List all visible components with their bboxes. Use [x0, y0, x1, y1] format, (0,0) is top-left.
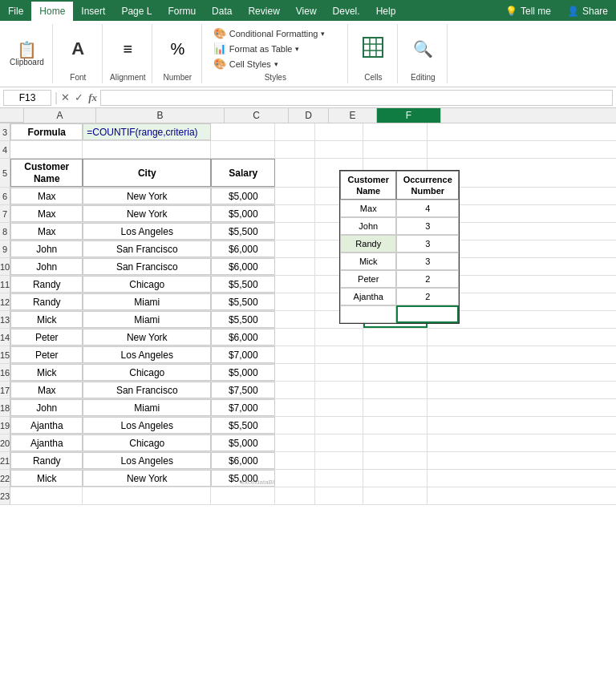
- row-num-23[interactable]: 23: [0, 487, 10, 505]
- alignment-button[interactable]: ≡: [111, 39, 144, 59]
- cell-c9[interactable]: $6,000: [211, 240, 275, 257]
- cell-c15[interactable]: $7,000: [211, 346, 275, 363]
- cell-f15[interactable]: [363, 346, 428, 363]
- cell-c7[interactable]: $5,000: [211, 205, 275, 222]
- cell-a22[interactable]: Mick: [10, 470, 83, 487]
- row-num-22[interactable]: 22: [0, 470, 10, 487]
- row-num-10[interactable]: 10: [0, 258, 10, 276]
- side-table-cell-peter-count[interactable]: 2: [396, 270, 459, 288]
- cells-button[interactable]: [357, 34, 389, 63]
- cell-e15[interactable]: [315, 346, 363, 363]
- cell-c3[interactable]: [211, 123, 275, 140]
- row-num-5[interactable]: 5: [0, 159, 10, 188]
- cell-d9[interactable]: [275, 240, 315, 257]
- cell-f23[interactable]: [363, 487, 428, 504]
- cell-d6[interactable]: [275, 188, 315, 204]
- row-num-14[interactable]: 14: [0, 329, 10, 346]
- cell-f20[interactable]: [363, 434, 428, 451]
- tab-view[interactable]: View: [288, 2, 325, 21]
- row-num-20[interactable]: 20: [0, 434, 10, 452]
- cell-a6[interactable]: Max: [10, 188, 83, 204]
- cell-c10[interactable]: $6,000: [211, 258, 275, 275]
- cell-f16[interactable]: [363, 364, 428, 381]
- tab-data[interactable]: Data: [204, 2, 240, 21]
- cell-d8[interactable]: [275, 223, 315, 240]
- cell-b5[interactable]: City: [83, 159, 211, 187]
- cell-e17[interactable]: [315, 382, 363, 398]
- cell-a17[interactable]: Max: [10, 382, 83, 398]
- col-header-d[interactable]: D: [289, 108, 329, 123]
- cell-a15[interactable]: Peter: [10, 346, 83, 363]
- row-num-13[interactable]: 13: [0, 311, 10, 329]
- cell-a14[interactable]: Peter: [10, 329, 83, 346]
- cell-c20[interactable]: $5,000: [211, 434, 275, 451]
- cell-e16[interactable]: [315, 364, 363, 381]
- cell-d12[interactable]: [275, 293, 315, 310]
- cell-f17[interactable]: [363, 382, 428, 398]
- cell-a16[interactable]: Mick: [10, 364, 83, 381]
- side-table-cell-john-count[interactable]: 3: [396, 217, 459, 235]
- tab-home[interactable]: Home: [31, 2, 73, 21]
- cell-d10[interactable]: [275, 258, 315, 275]
- cell-f14[interactable]: [363, 329, 428, 346]
- side-table-cell-john-name[interactable]: John: [340, 217, 396, 235]
- cell-d11[interactable]: [275, 276, 315, 293]
- side-table-cell-ajantha-name[interactable]: Ajantha: [340, 288, 396, 305]
- cell-b13[interactable]: Miami: [83, 311, 211, 328]
- cell-e4[interactable]: [315, 141, 363, 158]
- row-num-8[interactable]: 8: [0, 223, 10, 240]
- share-button[interactable]: 👤 Share: [559, 2, 616, 21]
- row-num-9[interactable]: 9: [0, 240, 10, 258]
- cell-e22[interactable]: [315, 470, 363, 487]
- tab-formu[interactable]: Formu: [160, 2, 204, 21]
- function-icon[interactable]: fx: [88, 91, 97, 104]
- row-num-16[interactable]: 16: [0, 364, 10, 382]
- cell-a20[interactable]: Ajantha: [10, 434, 83, 451]
- col-header-c[interactable]: C: [225, 108, 289, 123]
- row-num-3[interactable]: 3: [0, 123, 10, 141]
- cell-f3[interactable]: [363, 123, 428, 140]
- side-table-cell-empty-name[interactable]: [340, 305, 396, 323]
- cell-d4[interactable]: [275, 141, 315, 158]
- row-num-4[interactable]: 4: [0, 141, 10, 159]
- cell-b17[interactable]: San Francisco: [83, 382, 211, 398]
- cell-a23[interactable]: [10, 487, 83, 504]
- cell-c22[interactable]: $5,000 exceldataBI: [211, 470, 275, 487]
- cell-b15[interactable]: Los Angeles: [83, 346, 211, 363]
- cell-d21[interactable]: [275, 452, 315, 469]
- side-table-cell-empty-count[interactable]: [396, 305, 459, 323]
- cell-f22[interactable]: [363, 470, 428, 487]
- cell-c5[interactable]: Salary: [211, 159, 275, 187]
- cell-b14[interactable]: New York: [83, 329, 211, 346]
- side-table-cell-peter-name[interactable]: Peter: [340, 270, 396, 288]
- cell-d15[interactable]: [275, 346, 315, 363]
- side-table-cell-randy-name[interactable]: Randy: [340, 235, 396, 253]
- tab-review[interactable]: Review: [240, 2, 287, 21]
- cell-c21[interactable]: $6,000: [211, 452, 275, 469]
- cell-d5[interactable]: [275, 159, 315, 187]
- row-num-6[interactable]: 6: [0, 188, 10, 205]
- cell-c17[interactable]: $7,500: [211, 382, 275, 398]
- font-button[interactable]: A: [62, 38, 94, 59]
- col-header-a[interactable]: A: [24, 108, 96, 123]
- row-num-12[interactable]: 12: [0, 293, 10, 311]
- cell-d23[interactable]: [275, 487, 315, 504]
- cell-f4[interactable]: [363, 141, 428, 158]
- cell-c11[interactable]: $5,500: [211, 276, 275, 293]
- clipboard-button[interactable]: 📋 Clipboard: [6, 40, 47, 68]
- cell-c12[interactable]: $5,500: [211, 293, 275, 310]
- cell-e19[interactable]: [315, 417, 363, 434]
- cell-d20[interactable]: [275, 434, 315, 451]
- side-table-header-name[interactable]: CustomerName: [340, 171, 396, 200]
- cell-c16[interactable]: $5,000: [211, 364, 275, 381]
- cell-b4[interactable]: [83, 141, 211, 158]
- cell-c6[interactable]: $5,000: [211, 188, 275, 204]
- cell-b6[interactable]: New York: [83, 188, 211, 204]
- number-button[interactable]: %: [161, 39, 193, 59]
- cell-b20[interactable]: Chicago: [83, 434, 211, 451]
- cell-b21[interactable]: Los Angeles: [83, 452, 211, 469]
- cancel-icon[interactable]: ✕: [61, 91, 70, 104]
- cell-a11[interactable]: Randy: [10, 276, 83, 293]
- cell-f18[interactable]: [363, 399, 428, 416]
- cell-d18[interactable]: [275, 399, 315, 416]
